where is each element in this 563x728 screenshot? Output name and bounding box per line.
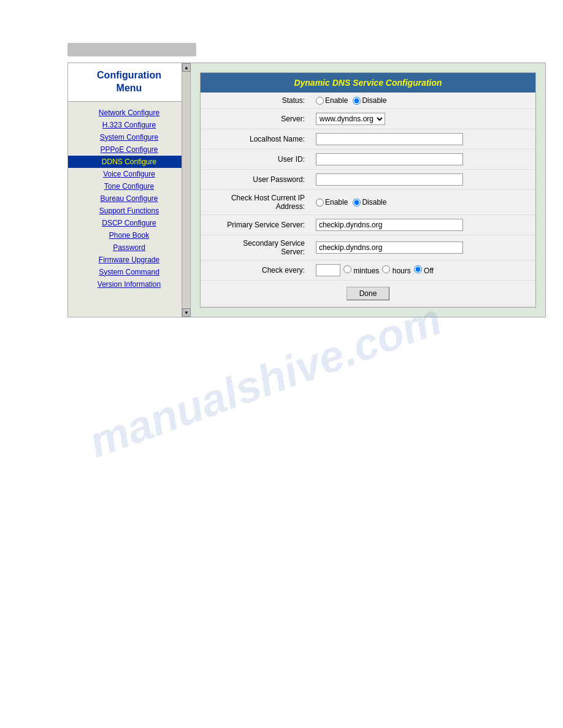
localhost-name-label: Localhost Name: xyxy=(201,129,311,150)
sidebar-item-system-configure[interactable]: System Configure xyxy=(68,131,190,143)
check-host-ip-input-cell: Enable Disable xyxy=(311,190,535,215)
server-select[interactable]: www.dyndns.org www.no-ip.com xyxy=(316,113,385,125)
status-disable-text: Disable xyxy=(362,96,386,105)
status-enable-text: Enable xyxy=(325,96,348,105)
user-password-input-cell xyxy=(311,170,535,190)
sidebar-item-dscp-configure[interactable]: DSCP Configure xyxy=(68,217,190,229)
sidebar-item-system-command[interactable]: System Command xyxy=(68,266,190,278)
check-host-ip-enable-text: Enable xyxy=(325,198,348,207)
sidebar-item-support-functions[interactable]: Support Functions xyxy=(68,205,190,217)
status-enable-radio[interactable] xyxy=(316,97,324,105)
secondary-server-input-cell xyxy=(311,235,535,260)
check-host-ip-label: Check Host Current IP Address: xyxy=(201,190,311,215)
check-every-minutes-text: mintues xyxy=(353,267,379,275)
user-id-input-cell xyxy=(311,150,535,170)
check-host-ip-enable-radio[interactable] xyxy=(316,199,324,207)
check-host-ip-enable-label[interactable]: Enable xyxy=(316,198,348,207)
user-password-input[interactable] xyxy=(316,173,463,186)
content-area: Dynamic DNS Service Configuration Status… xyxy=(191,63,545,317)
sidebar-item-version-information[interactable]: Version Information xyxy=(68,278,190,290)
user-id-row: User ID: xyxy=(201,150,535,170)
check-every-hours-radio[interactable] xyxy=(382,265,390,273)
check-host-ip-radio-group: Enable Disable xyxy=(316,198,530,207)
user-id-input[interactable] xyxy=(316,153,463,165)
user-password-row: User Password: xyxy=(201,170,535,190)
scroll-up-arrow[interactable]: ▲ xyxy=(182,63,191,72)
sidebar-item-phone-book[interactable]: Phone Book xyxy=(68,229,190,241)
localhost-name-input-cell xyxy=(311,129,535,150)
check-host-ip-row: Check Host Current IP Address: Enable Di… xyxy=(201,190,535,215)
primary-server-label: Primary Service Server: xyxy=(201,215,311,235)
status-input-cell: Enable Disable xyxy=(311,93,535,109)
sidebar-item-ddns-configure[interactable]: DDNS Configure xyxy=(68,156,190,168)
status-radio-group: Enable Disable xyxy=(316,96,530,105)
server-row: Server: www.dyndns.org www.no-ip.com xyxy=(201,109,535,129)
status-label: Status: xyxy=(201,93,311,109)
check-every-row: Check every: mintues hours xyxy=(201,260,535,281)
primary-server-row: Primary Service Server: xyxy=(201,215,535,235)
status-disable-label[interactable]: Disable xyxy=(353,96,386,105)
check-every-group: mintues hours Off xyxy=(316,264,530,276)
sidebar-item-voice-configure[interactable]: Voice Configure xyxy=(68,168,190,180)
check-host-ip-disable-text: Disable xyxy=(362,198,386,207)
form-title: Dynamic DNS Service Configuration xyxy=(201,73,535,93)
check-every-minutes-radio[interactable] xyxy=(343,265,351,273)
scroll-down-arrow[interactable]: ▼ xyxy=(182,308,191,317)
check-every-input-cell: mintues hours Off xyxy=(311,260,535,281)
check-every-hours-label[interactable]: hours xyxy=(382,265,410,275)
primary-server-input-cell xyxy=(311,215,535,235)
top-bar xyxy=(67,43,196,56)
secondary-server-label: Secondary Service Server: xyxy=(201,235,311,260)
sidebar-item-bureau-configure[interactable]: Bureau Configure xyxy=(68,192,190,205)
status-disable-radio[interactable] xyxy=(353,97,361,105)
user-id-label: User ID: xyxy=(201,150,311,170)
check-every-value-input[interactable] xyxy=(316,264,340,276)
sidebar: Configuration Menu Network Configure H.3… xyxy=(68,63,191,317)
sidebar-item-password[interactable]: Password xyxy=(68,241,190,254)
sidebar-title: Configuration Menu xyxy=(68,63,190,102)
sidebar-item-tone-configure[interactable]: Tone Configure xyxy=(68,180,190,192)
done-button[interactable]: Done xyxy=(347,287,390,300)
check-every-off-label[interactable]: Off xyxy=(414,265,434,275)
secondary-server-row: Secondary Service Server: xyxy=(201,235,535,260)
check-every-hours-text: hours xyxy=(393,267,411,275)
check-host-ip-disable-radio[interactable] xyxy=(353,199,361,207)
user-password-label: User Password: xyxy=(201,170,311,190)
main-container: Configuration Menu Network Configure H.3… xyxy=(67,63,546,317)
status-row: Status: Enable Disable xyxy=(201,93,535,109)
check-every-off-radio[interactable] xyxy=(414,265,422,273)
check-every-label: Check every: xyxy=(201,260,311,281)
secondary-server-input[interactable] xyxy=(316,241,463,254)
check-every-off-text: Off xyxy=(424,267,434,275)
form-panel: Dynamic DNS Service Configuration Status… xyxy=(200,72,536,308)
primary-server-input[interactable] xyxy=(316,219,463,231)
localhost-name-input[interactable] xyxy=(316,133,463,145)
server-input-cell: www.dyndns.org www.no-ip.com xyxy=(311,109,535,129)
status-enable-label[interactable]: Enable xyxy=(316,96,348,105)
sidebar-item-h323-configure[interactable]: H.323 Configure xyxy=(68,119,190,131)
server-label: Server: xyxy=(201,109,311,129)
watermark: manualshive.com xyxy=(82,294,448,468)
sidebar-nav: Network Configure H.323 Configure System… xyxy=(68,102,190,295)
check-every-minutes-label[interactable]: mintues xyxy=(343,265,379,275)
check-host-ip-disable-label[interactable]: Disable xyxy=(353,198,386,207)
done-row: Done xyxy=(201,281,535,307)
sidebar-item-pppoe-configure[interactable]: PPPoE Configure xyxy=(68,143,190,156)
form-table: Status: Enable Disable xyxy=(201,93,535,307)
localhost-name-row: Localhost Name: xyxy=(201,129,535,150)
sidebar-item-firmware-upgrade[interactable]: Firmware Upgrade xyxy=(68,254,190,266)
sidebar-item-network-configure[interactable]: Network Configure xyxy=(68,107,190,119)
